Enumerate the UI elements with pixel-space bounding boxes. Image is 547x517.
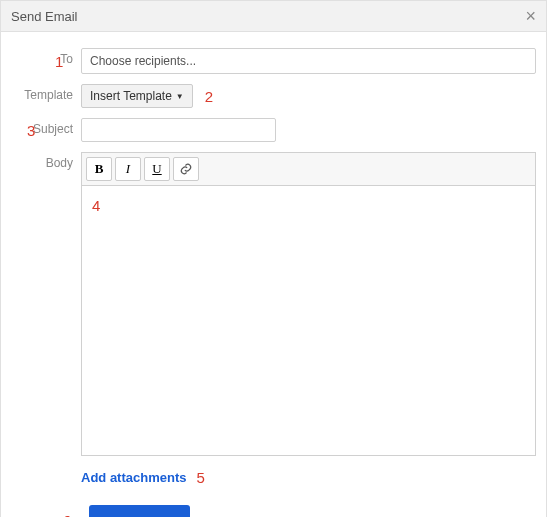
editor-toolbar: B I U xyxy=(81,152,536,186)
chevron-down-icon: ▼ xyxy=(176,92,184,101)
row-send: 6 Send email xyxy=(11,505,536,517)
annotation-2: 2 xyxy=(205,89,213,104)
send-email-modal: Send Email × 1 To Template Insert Templa… xyxy=(0,0,547,517)
row-attachments: Add attachments 5 xyxy=(11,470,536,485)
subject-input[interactable] xyxy=(81,118,276,142)
label-body: Body xyxy=(11,152,81,170)
annotation-4: 4 xyxy=(92,198,100,213)
to-input[interactable] xyxy=(81,48,536,74)
rich-text-editor: B I U 4 xyxy=(81,152,536,456)
modal-title: Send Email xyxy=(11,9,77,24)
link-icon xyxy=(179,162,193,176)
label-template: Template xyxy=(11,84,81,102)
modal-header: Send Email × xyxy=(1,1,546,32)
row-body: Body B I U 4 xyxy=(11,152,536,456)
bold-button[interactable]: B xyxy=(86,157,112,181)
modal-body: 1 To Template Insert Template ▼ 2 3 Subj… xyxy=(1,32,546,517)
insert-template-button[interactable]: Insert Template ▼ xyxy=(81,84,193,108)
close-icon[interactable]: × xyxy=(525,7,536,25)
label-subject: Subject xyxy=(11,118,81,136)
annotation-6: 6 xyxy=(63,513,71,517)
row-to: 1 To xyxy=(11,48,536,74)
editor-textarea[interactable]: 4 xyxy=(81,186,536,456)
italic-button[interactable]: I xyxy=(115,157,141,181)
link-button[interactable] xyxy=(173,157,199,181)
add-attachments-link[interactable]: Add attachments xyxy=(81,470,186,485)
underline-button[interactable]: U xyxy=(144,157,170,181)
row-template: Template Insert Template ▼ 2 xyxy=(11,84,536,108)
row-subject: 3 Subject xyxy=(11,118,536,142)
send-email-button[interactable]: Send email xyxy=(89,505,190,517)
insert-template-label: Insert Template xyxy=(90,89,172,103)
label-to: To xyxy=(11,48,81,66)
annotation-5: 5 xyxy=(196,470,204,485)
